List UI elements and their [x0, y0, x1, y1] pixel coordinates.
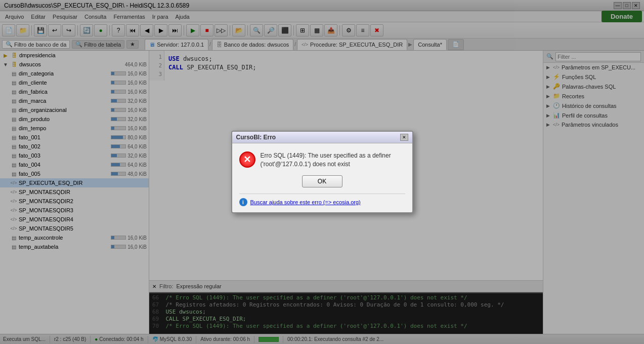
help-link[interactable]: Buscar ajuda sobre este erro (=> ecosia.…	[250, 199, 361, 205]
dialog-help-row: i Buscar ajuda sobre este erro (=> ecosi…	[239, 194, 405, 206]
dialog-ok-row: OK	[239, 175, 405, 187]
info-icon: i	[239, 198, 247, 206]
dialog-overlay[interactable]: CursoBI: Erro ✕ ✕ Erro SQL (1449): The u…	[0, 0, 644, 344]
dialog-error-row: ✕ Erro SQL (1449): The user specified as…	[239, 151, 405, 169]
dialog-title: CursoBI: Erro	[236, 134, 276, 141]
error-dialog: CursoBI: Erro ✕ ✕ Erro SQL (1449): The u…	[231, 131, 413, 214]
dialog-title-bar: CursoBI: Erro ✕	[232, 132, 412, 143]
error-message: Erro SQL (1449): The user specified as a…	[261, 151, 405, 169]
dialog-body: ✕ Erro SQL (1449): The user specified as…	[232, 143, 412, 213]
ok-button[interactable]: OK	[302, 175, 342, 187]
dialog-close-button[interactable]: ✕	[400, 134, 408, 141]
error-icon: ✕	[239, 151, 255, 168]
